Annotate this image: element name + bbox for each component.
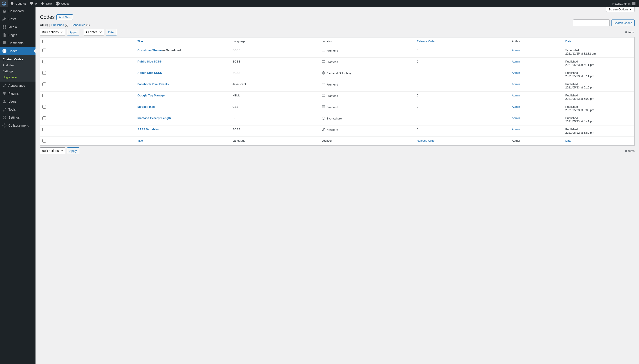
- row-location: Frontend: [327, 49, 338, 52]
- row-language: SCSS: [230, 126, 320, 136]
- table-row: SASS Variables SCSS Nowhere 0 Admin Publ…: [40, 126, 634, 136]
- nowhere-icon: [322, 128, 325, 132]
- author-link[interactable]: Admin: [512, 82, 520, 86]
- submenu-add-new[interactable]: Add New: [0, 62, 36, 68]
- row-checkbox[interactable]: [42, 94, 46, 97]
- sidebar-collapse[interactable]: Collapse menu: [0, 122, 36, 130]
- row-status: Published: [565, 60, 632, 63]
- wp-logo-menu[interactable]: [0, 0, 8, 7]
- backend-icon: [322, 71, 325, 75]
- filter-published[interactable]: Published: [52, 23, 64, 26]
- table-row: Increase Excerpt Length PHP Everywhere 0…: [40, 114, 634, 126]
- row-language: SCSS: [230, 46, 320, 58]
- frontend-icon: [322, 60, 325, 64]
- row-checkbox[interactable]: [42, 128, 46, 131]
- search-button[interactable]: Search Codes: [611, 20, 634, 26]
- row-location: Backend (All roles): [327, 72, 351, 75]
- row-title-link[interactable]: Mobile Fixes: [138, 105, 155, 108]
- filter-button[interactable]: Filter: [106, 29, 117, 36]
- row-datetime: 2021/05/23 at 5:11 pm: [565, 74, 632, 78]
- row-release-order: 0: [415, 69, 509, 80]
- row-title-link[interactable]: Google Tag Manager: [138, 94, 166, 97]
- author-link[interactable]: Admin: [512, 48, 520, 52]
- col-language-foot: Language: [230, 136, 320, 146]
- items-count-bottom: 8 items: [625, 149, 634, 152]
- filter-scheduled[interactable]: Scheduled: [72, 23, 85, 26]
- row-checkbox[interactable]: [42, 116, 46, 120]
- sidebar-item-settings[interactable]: Settings: [0, 114, 36, 122]
- row-datetime: 2021/05/23 at 5:10 pm: [565, 86, 632, 89]
- row-release-order: 0: [415, 92, 509, 103]
- search-input[interactable]: [573, 20, 610, 26]
- sidebar-item-tools[interactable]: Tools: [0, 106, 36, 114]
- author-link[interactable]: Admin: [512, 116, 520, 120]
- filter-all[interactable]: All: [40, 23, 44, 26]
- status-filters: All (8) | Published (7) | Scheduled (1): [40, 23, 634, 26]
- comments-count: 0: [35, 2, 37, 5]
- col-release-order-foot[interactable]: Release Order: [415, 136, 509, 146]
- sidebar-item-posts[interactable]: Posts: [0, 15, 36, 23]
- author-link[interactable]: Admin: [512, 105, 520, 108]
- row-release-order: 0: [415, 58, 509, 69]
- row-title-link[interactable]: Public Side SCSS: [138, 60, 162, 63]
- row-title-link[interactable]: Christmas Theme: [138, 48, 162, 52]
- bulk-actions-select-bottom[interactable]: Bulk actions: [40, 148, 65, 154]
- sidebar-item-comments[interactable]: Comments: [0, 39, 36, 47]
- submenu-settings[interactable]: Settings: [0, 68, 36, 74]
- codes-bar-menu[interactable]: Codes: [54, 0, 72, 7]
- sidebar-item-dashboard[interactable]: Dashboard: [0, 7, 36, 15]
- sidebar-item-label: Collapse menu: [9, 124, 29, 127]
- col-date[interactable]: Date: [563, 38, 634, 46]
- date-filter-select[interactable]: All dates: [84, 29, 104, 36]
- submenu-upgrade[interactable]: Upgrade ➤: [0, 74, 36, 80]
- bulk-apply-button[interactable]: Apply: [67, 29, 79, 36]
- row-title-link[interactable]: Increase Excerpt Length: [138, 116, 171, 120]
- svg-rect-13: [322, 94, 325, 96]
- row-title-link[interactable]: Facebook Pixel Events: [138, 82, 169, 86]
- col-title[interactable]: Title: [135, 38, 230, 46]
- screen-options-button[interactable]: Screen Options ▼: [606, 7, 634, 12]
- sidebar-item-users[interactable]: Users: [0, 98, 36, 106]
- sidebar-item-codes[interactable]: Codes: [0, 47, 36, 55]
- row-datetime: 2021/05/23 at 5:11 pm: [565, 63, 632, 66]
- col-language: Language: [230, 38, 320, 46]
- sidebar-item-media[interactable]: Media: [0, 23, 36, 31]
- globe-icon: [322, 116, 325, 120]
- code-icon: [2, 49, 7, 53]
- row-title-link[interactable]: Admin Side SCSS: [138, 71, 162, 74]
- row-checkbox[interactable]: [42, 105, 46, 108]
- add-new-button[interactable]: Add New: [56, 14, 73, 20]
- row-checkbox[interactable]: [42, 60, 46, 64]
- bulk-apply-button-bottom[interactable]: Apply: [67, 148, 79, 154]
- author-link[interactable]: Admin: [512, 94, 520, 97]
- row-checkbox[interactable]: [42, 82, 46, 86]
- user-menu[interactable]: Howdy, Admin: [610, 0, 637, 7]
- author-link[interactable]: Admin: [512, 128, 520, 131]
- select-all-bottom[interactable]: [42, 139, 46, 142]
- sidebar-item-label: Posts: [9, 17, 16, 21]
- submenu-custom-codes[interactable]: Custom Codes: [0, 56, 36, 62]
- new-menu[interactable]: New: [38, 0, 54, 7]
- user-icon: [2, 99, 7, 104]
- codes-submenu: Custom Codes Add New Settings Upgrade ➤: [0, 55, 36, 82]
- col-date-foot[interactable]: Date: [563, 136, 634, 146]
- bulk-actions-select[interactable]: Bulk actions: [40, 29, 65, 36]
- select-all-top[interactable]: [42, 40, 46, 43]
- row-checkbox[interactable]: [42, 48, 46, 52]
- row-status: Published: [565, 105, 632, 108]
- author-link[interactable]: Admin: [512, 60, 520, 63]
- col-location: Location: [320, 38, 415, 46]
- row-location: Frontend: [327, 94, 338, 98]
- site-menu[interactable]: CodeKit: [8, 0, 28, 7]
- comments-menu[interactable]: 0: [28, 0, 38, 7]
- sidebar-item-pages[interactable]: Pages: [0, 31, 36, 39]
- col-title-foot[interactable]: Title: [135, 136, 230, 146]
- sidebar-item-plugins[interactable]: Plugins: [0, 90, 36, 98]
- author-link[interactable]: Admin: [512, 71, 520, 74]
- row-location: Frontend: [327, 106, 338, 109]
- svg-rect-10: [322, 83, 325, 85]
- col-release-order[interactable]: Release Order: [415, 38, 509, 46]
- row-title-link[interactable]: SASS Variables: [138, 128, 159, 131]
- sidebar-item-appearance[interactable]: Appearance: [0, 82, 36, 90]
- row-checkbox[interactable]: [42, 71, 46, 75]
